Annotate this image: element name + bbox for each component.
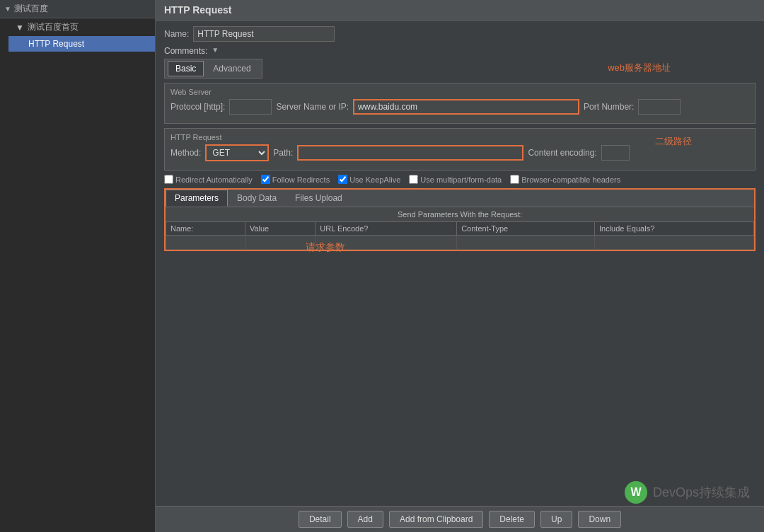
watermark-text: DevOps持续集成 xyxy=(653,484,750,501)
bottom-toolbar: Detail Add Add from Clipboard Delete Up … xyxy=(156,506,764,532)
comments-label: Comments: xyxy=(164,46,207,56)
server-label: Server Name or IP: xyxy=(276,102,349,112)
col-encode: URL Encode? xyxy=(316,222,457,236)
config-tabs: Basic Advanced xyxy=(164,59,262,79)
name-input[interactable] xyxy=(193,26,335,42)
tab-advanced[interactable]: Advanced xyxy=(205,61,258,76)
add-from-clipboard-button[interactable]: Add from Clipboard xyxy=(389,511,483,528)
keepalive-checkbox[interactable] xyxy=(338,175,347,184)
follow-label: Follow Redirects xyxy=(272,175,330,184)
server-input[interactable] xyxy=(353,99,579,115)
checkbox-keepalive[interactable]: Use KeepAlive xyxy=(338,175,400,184)
down-button[interactable]: Down xyxy=(578,511,621,528)
params-tab-parameters[interactable]: Parameters xyxy=(166,190,228,207)
redirect-label: Redirect Automatically xyxy=(175,175,253,184)
cell-name xyxy=(166,236,245,250)
path-label: Path: xyxy=(273,148,293,158)
checkbox-follow[interactable]: Follow Redirects xyxy=(261,175,330,184)
col-value: Value xyxy=(245,222,315,236)
keepalive-label: Use KeepAlive xyxy=(349,175,400,184)
params-tabs: Parameters Body Data Files Upload xyxy=(166,190,754,207)
port-label: Port Number: xyxy=(584,102,634,112)
name-label: Name: xyxy=(164,29,189,39)
comments-row: Comments: ▼ xyxy=(164,46,756,56)
params-tab-files[interactable]: Files Upload xyxy=(286,190,352,207)
multipart-label: Use multipart/form-data xyxy=(420,175,502,184)
params-tab-body[interactable]: Body Data xyxy=(228,190,286,207)
browser-label: Browser-compatible headers xyxy=(521,175,620,184)
redirect-checkbox[interactable] xyxy=(164,175,173,184)
params-section: Parameters Body Data Files Upload Send P… xyxy=(164,188,756,251)
annotation-params-container: 请求参数 xyxy=(164,255,756,270)
up-button[interactable]: Up xyxy=(540,511,572,528)
http-request-section: HTTP Request Method: GET POST PUT DELETE… xyxy=(164,128,756,170)
watermark: W DevOps持续集成 xyxy=(625,481,750,504)
name-row: Name: xyxy=(164,26,756,42)
sidebar-child-label: 测试百度首页 xyxy=(28,21,79,33)
cell-value xyxy=(245,236,315,250)
browser-checkbox[interactable] xyxy=(510,175,519,184)
watermark-icon: W xyxy=(625,481,647,504)
annotation-request-params: 请求参数 xyxy=(306,241,345,254)
sidebar-root-label: 测试百度 xyxy=(14,3,48,15)
protocol-input[interactable] xyxy=(229,99,272,115)
watermark-icon-text: W xyxy=(630,486,641,499)
config-panel: Name: Comments: ▼ Basic Advanced web服务器地… xyxy=(156,21,764,506)
params-table: Name: Value URL Encode? Content-Type Inc… xyxy=(166,221,754,250)
detail-button[interactable]: Detail xyxy=(299,511,342,528)
delete-button[interactable]: Delete xyxy=(489,511,535,528)
col-content-type: Content-Type xyxy=(457,222,595,236)
web-server-title: Web Server xyxy=(170,88,749,96)
path-input[interactable] xyxy=(297,145,523,161)
cell-content-type xyxy=(457,236,595,250)
sidebar: ▼ 测试百度 ▼ 测试百度首页 HTTP Request xyxy=(0,0,156,532)
http-request-label: HTTP Request xyxy=(28,39,84,49)
encoding-label: Content encoding: xyxy=(528,148,596,158)
follow-checkbox[interactable] xyxy=(261,175,270,184)
sidebar-item-child[interactable]: ▼ 测试百度首页 xyxy=(8,18,155,36)
web-server-section: Web Server Protocol [http]: Server Name … xyxy=(164,83,756,124)
method-select[interactable]: GET POST PUT DELETE HEAD OPTIONS xyxy=(205,144,269,161)
panel-title: HTTP Request xyxy=(164,4,231,16)
table-row xyxy=(166,236,754,250)
checkbox-redirect[interactable]: Redirect Automatically xyxy=(164,175,253,184)
cell-equals xyxy=(594,236,753,250)
sidebar-root[interactable]: ▼ 测试百度 xyxy=(0,0,155,18)
multipart-checkbox[interactable] xyxy=(409,175,418,184)
add-button[interactable]: Add xyxy=(347,511,383,528)
checkboxes-row: Redirect Automatically Follow Redirects … xyxy=(164,175,756,184)
sidebar-item-http-request[interactable]: HTTP Request xyxy=(8,36,155,52)
col-equals: Include Equals? xyxy=(594,222,753,236)
annotation-web-server: web服务器地址 xyxy=(608,62,671,74)
annotation-second-path: 二级路径 xyxy=(655,135,692,148)
root-arrow: ▼ xyxy=(4,5,11,13)
params-subtitle: Send Parameters With the Request: xyxy=(166,207,754,221)
title-bar: HTTP Request xyxy=(156,0,764,21)
checkbox-multipart[interactable]: Use multipart/form-data xyxy=(409,175,502,184)
main-panel: HTTP Request Name: Comments: ▼ Basic Adv… xyxy=(156,0,764,532)
encoding-input[interactable] xyxy=(601,145,630,161)
checkbox-browser[interactable]: Browser-compatible headers xyxy=(510,175,620,184)
method-label: Method: xyxy=(170,148,201,158)
protocol-label: Protocol [http]: xyxy=(170,102,225,112)
tab-basic[interactable]: Basic xyxy=(168,61,204,76)
child-arrow: ▼ xyxy=(16,23,24,33)
col-name: Name: xyxy=(166,222,245,236)
port-input[interactable] xyxy=(638,99,681,115)
server-row: Protocol [http]: Server Name or IP: Port… xyxy=(170,99,749,115)
expand-arrow[interactable]: ▼ xyxy=(212,46,219,54)
